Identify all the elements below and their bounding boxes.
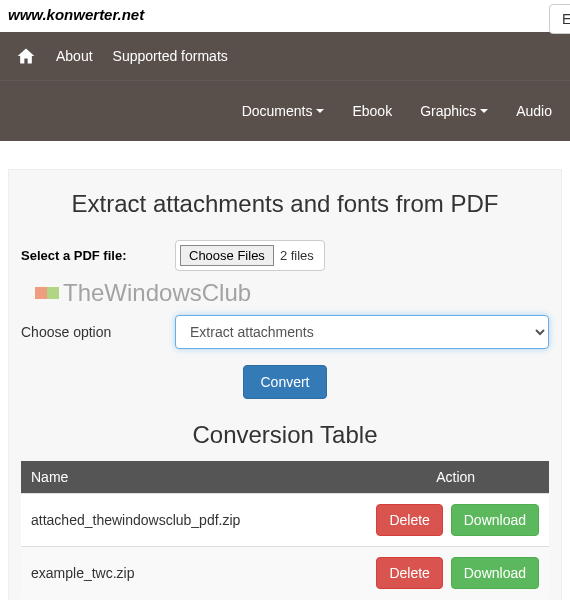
top-bar: www.konwerter.net Eng	[0, 0, 570, 26]
nav-graphics[interactable]: Graphics	[420, 103, 488, 119]
site-url: www.konwerter.net	[8, 6, 144, 23]
conversion-table: Name Action attached_thewindowsclub_pdf.…	[21, 461, 549, 599]
home-icon[interactable]	[16, 46, 36, 66]
convert-button[interactable]: Convert	[243, 365, 326, 399]
col-name: Name	[21, 461, 362, 494]
file-count: 2 files	[274, 248, 320, 263]
nav-supported-formats[interactable]: Supported formats	[113, 48, 228, 64]
main-panel: Extract attachments and fonts from PDF S…	[8, 169, 562, 600]
watermark-text: TheWindowsClub	[63, 279, 251, 307]
watermark: TheWindowsClub	[35, 279, 549, 307]
table-row: attached_thewindowsclub_pdf.zip Delete D…	[21, 494, 549, 547]
download-button[interactable]: Download	[451, 557, 539, 589]
option-select[interactable]: Extract attachments	[175, 315, 549, 349]
option-label: Choose option	[21, 324, 161, 340]
file-input[interactable]: Choose Files 2 files	[175, 240, 325, 271]
chevron-down-icon	[316, 109, 324, 113]
choose-files-button[interactable]: Choose Files	[180, 245, 274, 266]
download-button[interactable]: Download	[451, 504, 539, 536]
delete-button[interactable]: Delete	[376, 504, 442, 536]
option-row: Choose option Extract attachments	[21, 315, 549, 349]
chevron-down-icon	[480, 109, 488, 113]
language-button[interactable]: Eng	[549, 4, 570, 34]
delete-button[interactable]: Delete	[376, 557, 442, 589]
main-nav: About Supported formats Documents Ebook …	[0, 32, 570, 141]
nav-about[interactable]: About	[56, 48, 93, 64]
file-name: attached_thewindowsclub_pdf.zip	[21, 494, 362, 547]
page-title: Extract attachments and fonts from PDF	[21, 190, 549, 218]
file-label: Select a PDF file:	[21, 248, 161, 263]
nav-ebook[interactable]: Ebook	[352, 103, 392, 119]
watermark-logo-icon	[35, 287, 59, 299]
nav-documents[interactable]: Documents	[242, 103, 325, 119]
nav-row-primary: About Supported formats	[0, 32, 570, 80]
table-title: Conversion Table	[21, 421, 549, 449]
file-name: example_twc.zip	[21, 547, 362, 600]
col-action: Action	[362, 461, 549, 494]
nav-graphics-label: Graphics	[420, 103, 476, 119]
nav-audio[interactable]: Audio	[516, 103, 552, 119]
file-row: Select a PDF file: Choose Files 2 files	[21, 240, 549, 271]
nav-documents-label: Documents	[242, 103, 313, 119]
table-row: example_twc.zip Delete Download	[21, 547, 549, 600]
nav-row-categories: Documents Ebook Graphics Audio	[0, 80, 570, 141]
